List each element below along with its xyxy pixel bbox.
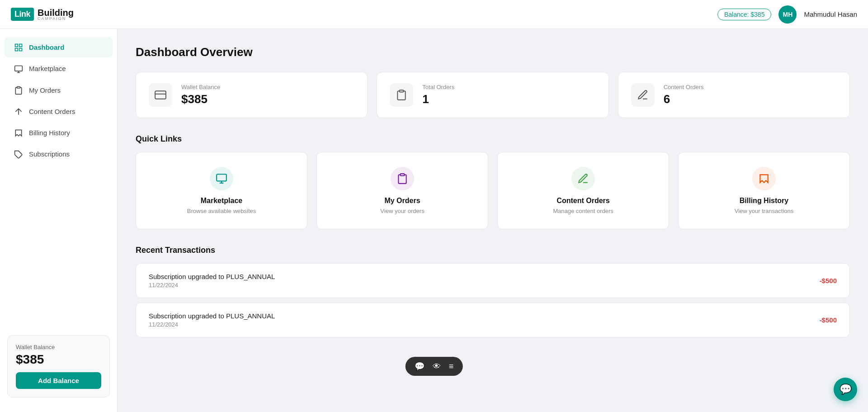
header-right: Balance: $385 MH Mahmudul Hasan	[717, 5, 857, 24]
svg-rect-0	[15, 44, 18, 47]
floating-toolbar: 💬 👁 ≡	[406, 357, 463, 376]
sidebar-item-marketplace[interactable]: Marketplace	[5, 58, 113, 79]
svg-rect-4	[15, 66, 23, 71]
ql-subtitle: View your transactions	[735, 208, 794, 214]
eye-icon[interactable]: 👁	[433, 362, 441, 371]
ql-subtitle: Manage content orders	[553, 208, 613, 214]
transactions-title: Recent Transactions	[136, 246, 850, 255]
sidebar-item-content-orders[interactable]: Content Orders	[5, 101, 113, 122]
tx-title: Subscription upgraded to PLUS_ANNUAL	[149, 273, 275, 280]
wallet-card: Wallet Balance $385 Add Balance	[7, 335, 110, 398]
svg-rect-7	[17, 86, 20, 88]
stats-row: Wallet Balance $385 Total Orders 1 Conte…	[136, 72, 850, 118]
wallet-stat-icon	[149, 83, 172, 107]
logo-link-text: Link	[11, 8, 34, 21]
tx-title: Subscription upgraded to PLUS_ANNUAL	[149, 312, 275, 320]
tx-amount: -$500	[820, 277, 837, 284]
quick-links-title: Quick Links	[136, 134, 850, 144]
ql-title: Marketplace	[201, 197, 243, 205]
tx-date: 11/22/2024	[149, 282, 275, 289]
layout: DashboardMarketplaceMy OrdersContent Ord…	[0, 29, 868, 412]
pen-stat-icon	[631, 83, 655, 107]
clipboard-icon	[14, 85, 24, 95]
svg-rect-12	[400, 90, 404, 92]
sidebar-item-subscriptions[interactable]: Subscriptions	[5, 144, 113, 164]
user-name: Mahmudul Hasan	[804, 10, 857, 18]
wallet-amount: $385	[16, 352, 101, 367]
sidebar-item-label: Billing History	[29, 129, 70, 137]
tx-date: 11/22/2024	[149, 321, 275, 328]
stat-label: Total Orders	[422, 84, 454, 90]
sidebar-item-label: My Orders	[29, 86, 61, 94]
main-content: Dashboard Overview Wallet Balance $385 T…	[118, 29, 868, 412]
tx-amount: -$500	[820, 316, 837, 324]
quick-link-marketplace[interactable]: Marketplace Browse available websites	[136, 152, 307, 229]
ql-title: My Orders	[384, 197, 420, 205]
orders-stat-icon	[390, 83, 413, 107]
chat-icon[interactable]: 💬	[415, 361, 425, 371]
receipt-icon	[14, 128, 24, 137]
stat-value: 6	[664, 92, 704, 106]
monitor-icon	[14, 64, 24, 73]
ql-subtitle: View your orders	[380, 208, 424, 214]
stat-card-wallet: Wallet Balance $385	[136, 72, 368, 118]
sidebar: DashboardMarketplaceMy OrdersContent Ord…	[0, 29, 118, 412]
svg-rect-3	[19, 48, 22, 51]
transactions-list: Subscription upgraded to PLUS_ANNUAL 11/…	[136, 263, 850, 337]
sidebar-item-label: Marketplace	[29, 65, 66, 72]
transaction-row: Subscription upgraded to PLUS_ANNUAL 11/…	[136, 263, 850, 298]
tag-icon	[14, 149, 24, 159]
sidebar-item-billing-history[interactable]: Billing History	[5, 123, 113, 143]
stat-label: Wallet Balance	[181, 84, 220, 90]
stat-label: Content Orders	[664, 84, 704, 90]
stat-card-orders: Total Orders 1	[377, 72, 609, 118]
quick-link-content-orders[interactable]: Content Orders Manage content orders	[497, 152, 669, 229]
add-balance-button[interactable]: Add Balance	[16, 372, 101, 389]
transaction-row: Subscription upgraded to PLUS_ANNUAL 11/…	[136, 303, 850, 337]
svg-rect-2	[15, 48, 18, 51]
chat-fab[interactable]: 💬	[834, 378, 857, 401]
stat-card-pen: Content Orders 6	[618, 72, 850, 118]
monitor-ql-icon	[210, 167, 233, 190]
sidebar-item-label: Subscriptions	[29, 150, 70, 158]
header: Link Building CAMPAIGN Balance: $385 MH …	[0, 0, 868, 29]
sidebar-nav: DashboardMarketplaceMy OrdersContent Ord…	[0, 36, 117, 166]
svg-rect-10	[155, 91, 166, 99]
svg-rect-1	[19, 44, 22, 47]
avatar[interactable]: MH	[778, 5, 797, 24]
sidebar-item-label: Dashboard	[29, 43, 64, 51]
sidebar-item-label: Content Orders	[29, 108, 75, 115]
logo: Link Building CAMPAIGN	[11, 8, 74, 21]
receipt-ql-icon	[752, 167, 776, 190]
ql-subtitle: Browse available websites	[187, 208, 256, 214]
grid-icon	[14, 43, 24, 52]
ql-title: Content Orders	[557, 197, 609, 205]
sidebar-bottom: Wallet Balance $385 Add Balance	[0, 328, 117, 405]
sidebar-item-my-orders[interactable]: My Orders	[5, 80, 113, 100]
quick-link-billing-history[interactable]: Billing History View your transactions	[678, 152, 850, 229]
balance-badge: Balance: $385	[717, 9, 772, 20]
stat-value: 1	[422, 92, 454, 106]
sidebar-item-dashboard[interactable]: Dashboard	[5, 37, 113, 57]
quick-links-row: Marketplace Browse available websites My…	[136, 152, 850, 229]
clipboard-ql-icon	[391, 167, 414, 190]
svg-rect-16	[401, 174, 405, 175]
page-title: Dashboard Overview	[136, 45, 850, 59]
pen-ql-icon	[571, 167, 595, 190]
menu-icon[interactable]: ≡	[449, 362, 454, 371]
svg-rect-13	[217, 174, 226, 181]
ql-title: Billing History	[740, 197, 788, 205]
quick-link-my-orders[interactable]: My Orders View your orders	[316, 152, 488, 229]
wallet-label: Wallet Balance	[16, 344, 101, 350]
pen-icon	[14, 107, 24, 116]
stat-value: $385	[181, 92, 220, 106]
